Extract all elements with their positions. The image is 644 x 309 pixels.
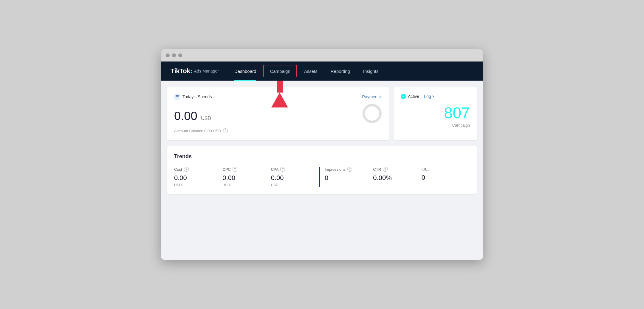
payment-link[interactable]: Payment >	[362, 94, 382, 99]
window-titlebar	[161, 49, 483, 62]
metrics-divider	[319, 167, 320, 187]
navbar: TikTok: Ads Manager Dashboard Campaign A…	[161, 62, 483, 81]
metric-cost-unit: USD	[174, 183, 218, 187]
log-link[interactable]: Log >	[424, 94, 434, 99]
campaign-label: Campaign	[401, 123, 470, 127]
spends-card-title: Today's Spends	[182, 94, 212, 99]
arrow-head	[271, 93, 288, 107]
active-card: Active Log > 807 Campaign	[394, 87, 477, 140]
metric-cpa-unit: USD	[271, 183, 315, 187]
arrow-annotation	[271, 81, 288, 107]
logo-area: TikTok: Ads Manager	[171, 67, 219, 75]
nav-item-reporting[interactable]: Reporting	[325, 62, 356, 81]
spends-card-header-left: Today's Spends	[174, 94, 212, 100]
traffic-light-close[interactable]	[166, 53, 170, 57]
cpa-help-icon[interactable]: ?	[280, 167, 285, 172]
account-balance: Account Balance 0.00 USD ?	[174, 128, 382, 133]
trends-title: Trends	[174, 153, 470, 160]
nav-item-campaign[interactable]: Campaign	[263, 65, 297, 77]
svg-rect-1	[176, 96, 179, 97]
metric-cpa-header: CPA ?	[271, 167, 315, 172]
metric-cost-value: 0.00	[174, 174, 218, 182]
metric-cpc-value: 0.00	[222, 174, 266, 182]
metric-clicks-header: Cli...	[422, 167, 465, 171]
cards-row: Today's Spends Payment > 0.00 USD Accoun…	[167, 87, 477, 140]
metrics-row: Cost ? 0.00 USD CPC ? 0.00 USD	[174, 167, 470, 187]
cpc-help-icon[interactable]: ?	[233, 167, 237, 172]
trends-card: Trends Cost ? 0.00 USD CPC ?	[167, 146, 477, 194]
spends-amount: 0.00	[174, 109, 197, 122]
nav-item-dashboard[interactable]: Dashboard	[228, 62, 262, 81]
content-area: Today's Spends Payment > 0.00 USD Accoun…	[161, 81, 483, 260]
metric-impressions: Impressions ? 0	[325, 167, 373, 187]
metric-ctr-header: CTR ?	[373, 167, 417, 172]
metric-cpa: CPA ? 0.00 USD	[271, 167, 319, 187]
metric-ctr: CTR ? 0.00%	[373, 167, 421, 187]
metric-ctr-value: 0.00%	[373, 174, 417, 182]
metric-impressions-header: Impressions ?	[325, 167, 368, 172]
metric-impressions-value: 0	[325, 174, 368, 182]
active-badge: Active	[401, 94, 419, 99]
metric-clicks: Cli... 0	[422, 167, 470, 187]
arrow-shaft	[277, 81, 283, 93]
impressions-help-icon[interactable]: ?	[347, 167, 352, 172]
nav-items: Dashboard Campaign Assets Reporting Insi…	[228, 62, 473, 81]
metric-cost-header: Cost ?	[174, 167, 218, 172]
balance-help-icon[interactable]: ?	[223, 128, 228, 133]
metric-cpc-header: CPC ?	[222, 167, 266, 172]
metric-cpc: CPC ? 0.00 USD	[222, 167, 271, 187]
svg-rect-0	[176, 95, 179, 96]
nav-item-assets[interactable]: Assets	[298, 62, 323, 81]
traffic-light-minimize[interactable]	[172, 53, 176, 57]
donut-chart	[363, 104, 382, 123]
svg-rect-2	[176, 98, 179, 98]
active-dot-icon	[401, 94, 406, 99]
cost-help-icon[interactable]: ?	[184, 167, 189, 172]
spends-amount-row: 0.00 USD	[174, 109, 382, 123]
active-card-header: Active Log >	[401, 94, 470, 99]
browser-window: TikTok: Ads Manager Dashboard Campaign A…	[161, 49, 483, 260]
spends-doc-icon	[174, 94, 180, 100]
nav-item-insights[interactable]: Insights	[357, 62, 385, 81]
metric-cpc-unit: USD	[222, 183, 266, 187]
spends-currency: USD	[201, 116, 211, 121]
metric-cpa-value: 0.00	[271, 174, 315, 182]
metric-cost: Cost ? 0.00 USD	[174, 167, 222, 187]
traffic-light-maximize[interactable]	[178, 53, 182, 57]
campaign-count: 807	[401, 104, 470, 122]
logo-ads-manager: Ads Manager	[194, 69, 219, 73]
active-label: Active	[408, 94, 419, 99]
logo-tiktok: TikTok:	[171, 67, 192, 75]
ctr-help-icon[interactable]: ?	[383, 167, 388, 172]
metric-clicks-value: 0	[422, 174, 465, 182]
